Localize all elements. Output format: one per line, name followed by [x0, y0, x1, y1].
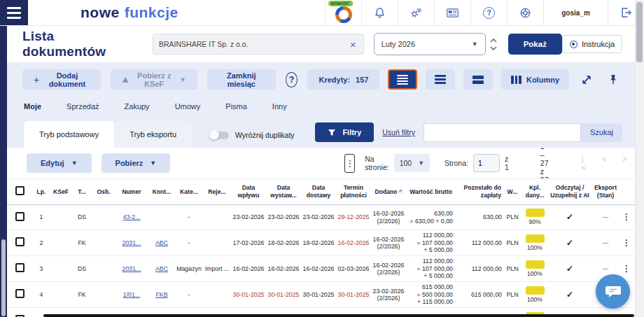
- column-header-typ[interactable]: T...: [71, 187, 92, 197]
- column-header-data-wystawienia[interactable]: Data wystaw...: [266, 183, 301, 200]
- vertical-scrollbar[interactable]: [635, 0, 644, 317]
- filter-search-input[interactable]: [424, 123, 581, 142]
- tab-basic-mode[interactable]: Tryb podstawowy: [24, 121, 114, 148]
- column-header-menu[interactable]: [620, 190, 633, 193]
- filters-button[interactable]: Filtry: [315, 122, 374, 142]
- column-header-ksef[interactable]: KSeF: [50, 187, 71, 197]
- horizontal-scrollbar-thumb[interactable]: [43, 314, 634, 317]
- add-document-button[interactable]: + Dodaj dokument: [22, 69, 101, 90]
- row-checkbox[interactable]: [15, 289, 24, 298]
- collapsed-sidebar[interactable]: [0, 26, 7, 317]
- cell-waluta: PLN: [504, 213, 521, 221]
- cell-kpl: 90%: [521, 208, 549, 226]
- news-button[interactable]: [434, 0, 470, 25]
- notifications-button[interactable]: [361, 0, 398, 25]
- document-number-link[interactable]: 1/01...: [123, 291, 140, 298]
- column-header-kpl[interactable]: Kpl. dany...: [521, 183, 549, 200]
- column-header-numer[interactable]: Numer: [115, 187, 148, 197]
- toolbar-help-button[interactable]: ?: [286, 72, 298, 87]
- clear-search-icon[interactable]: ×: [349, 39, 358, 50]
- duplicates-toggle[interactable]: [210, 132, 229, 139]
- column-header-lp[interactable]: Lp.: [32, 187, 50, 197]
- column-header-dodano[interactable]: Dodano^: [371, 187, 406, 197]
- row-menu-kebab[interactable]: ⋮: [620, 211, 633, 223]
- cell-waluta: PLN: [504, 290, 521, 299]
- cell-data-wplywu: 16-02-2026: [231, 265, 266, 273]
- column-header-data-wplywu[interactable]: Data wpływu: [231, 183, 266, 200]
- column-header-termin-platnosci[interactable]: Termin płatności: [336, 183, 371, 200]
- help-button[interactable]: ?: [470, 0, 507, 25]
- row-checkbox[interactable]: [15, 237, 24, 246]
- fullscreen-button[interactable]: [578, 71, 596, 89]
- row-checkbox[interactable]: [15, 212, 24, 221]
- cell-termin-platnosci: 29-12-2025: [336, 213, 371, 221]
- row-checkbox[interactable]: [15, 263, 24, 272]
- column-header-pozostalo[interactable]: Pozostało do zapłaty: [455, 183, 504, 200]
- column-header-osb[interactable]: Osb.: [92, 187, 115, 197]
- tab-pisma[interactable]: Pisma: [225, 102, 247, 111]
- pin-button[interactable]: [604, 71, 622, 89]
- first-page-button[interactable]: |<: [581, 155, 584, 171]
- show-button[interactable]: Pokaż: [508, 34, 562, 55]
- username-button[interactable]: gosia_m: [543, 0, 608, 25]
- row-menu-kebab[interactable]: ⋮: [620, 263, 633, 274]
- column-header-eksport[interactable]: Eksport (Stan): [591, 183, 620, 200]
- column-header-data-dostawy[interactable]: Data dostawy: [301, 183, 336, 200]
- credits-button[interactable]: Kredyty: 157: [307, 69, 379, 90]
- download-button[interactable]: Pobierz ▼: [102, 153, 171, 173]
- category-tabs: Moje Sprzedaż Zakupy Umowy Pisma Inny: [7, 96, 635, 117]
- promo-ring-button[interactable]: NOWOŚĆ: [325, 0, 361, 25]
- tab-zakupy[interactable]: Zakupy: [125, 102, 150, 111]
- tab-export-mode[interactable]: Tryb eksportu: [114, 121, 192, 148]
- month-up-button[interactable]: [490, 38, 497, 43]
- close-month-button[interactable]: Zamknij miesiąc: [207, 69, 276, 90]
- columns-button[interactable]: Kolumny: [501, 69, 569, 90]
- contractor-link[interactable]: ABC: [155, 265, 168, 272]
- settings-button[interactable]: [398, 0, 434, 25]
- chat-widget-button[interactable]: [596, 274, 630, 309]
- search-button[interactable]: Szukaj: [581, 123, 622, 142]
- column-header-kontrahent[interactable]: Kont...: [148, 187, 175, 197]
- view-density-compact-button[interactable]: [388, 69, 417, 90]
- columns-icon: [511, 76, 522, 84]
- column-header-rejestr[interactable]: Reje...: [203, 187, 231, 197]
- prev-page-button[interactable]: <: [602, 155, 606, 171]
- page-number-input[interactable]: [473, 154, 500, 172]
- next-page-button[interactable]: >: [622, 155, 626, 171]
- month-down-button[interactable]: [490, 46, 497, 50]
- column-header-waluta[interactable]: W...: [504, 187, 521, 197]
- document-number-link[interactable]: 2031...: [122, 265, 141, 272]
- list-options-kebab-button[interactable]: ⋮: [344, 154, 355, 173]
- column-header-ai[interactable]: Odczytaj / Uzupełnij z AI: [549, 183, 591, 200]
- instruction-button[interactable]: Instrukcja: [562, 35, 622, 53]
- column-header-check: [7, 185, 32, 199]
- support-button[interactable]: [507, 0, 543, 25]
- table-header-row: Lp.KSeFT...Osb.NumerKont...Kate...Reje..…: [7, 178, 635, 205]
- chevron-down-icon: ▼: [472, 41, 478, 48]
- cell-lp: 3: [32, 265, 50, 273]
- document-number-link[interactable]: 43-2...: [123, 213, 141, 220]
- left-scrollbar-thumb[interactable]: [1, 239, 6, 316]
- select-all-checkbox[interactable]: [15, 186, 24, 195]
- view-density-medium-button[interactable]: [426, 69, 455, 90]
- ksef-download-button[interactable]: Pobierz z KSeF ▼: [111, 69, 197, 90]
- title-row: Lista dokumentów × Luty 2026 ▼ Pokaż Ins…: [7, 26, 635, 63]
- column-header-kategoria[interactable]: Kate...: [175, 187, 203, 197]
- tab-inny[interactable]: Inny: [272, 102, 287, 111]
- month-select[interactable]: Luty 2026 ▼: [374, 33, 486, 55]
- tab-moje[interactable]: Moje: [24, 102, 41, 111]
- clear-filters-link[interactable]: Usuń filtry: [382, 128, 415, 136]
- edit-button[interactable]: Edytuj ▼: [27, 153, 92, 173]
- tab-umowy[interactable]: Umowy: [175, 102, 201, 111]
- document-number-link[interactable]: 2031...: [122, 239, 141, 246]
- contractor-link[interactable]: ABC: [155, 239, 168, 246]
- column-header-wartosc-brutto[interactable]: Wartość brutto: [406, 187, 455, 197]
- hamburger-menu-icon[interactable]: [0, 0, 28, 25]
- vertical-scrollbar-thumb[interactable]: [636, 2, 643, 62]
- row-menu-kebab[interactable]: ⋮: [620, 237, 633, 248]
- view-density-large-button[interactable]: [463, 69, 493, 90]
- per-page-select[interactable]: 100 ▼: [394, 154, 430, 172]
- tab-sprzedaz[interactable]: Sprzedaż: [66, 102, 99, 111]
- contractor-link[interactable]: FKB: [155, 291, 167, 298]
- company-search-input[interactable]: [159, 40, 349, 48]
